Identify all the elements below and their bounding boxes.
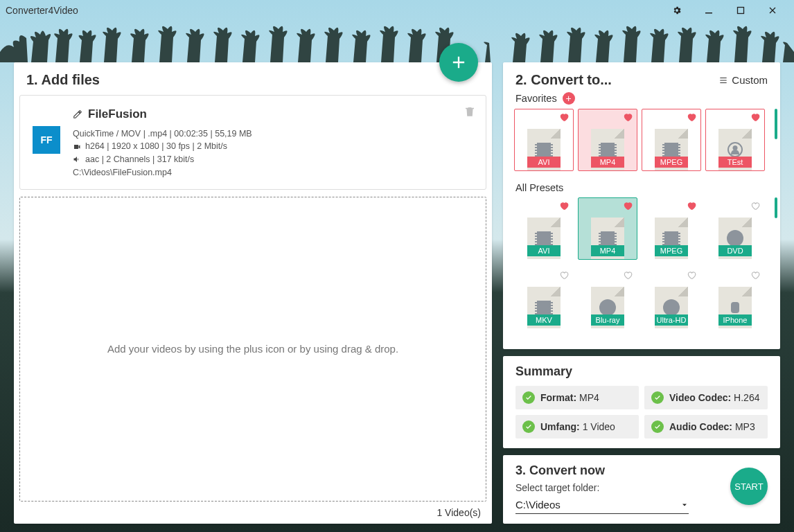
check-icon [522, 420, 535, 433]
favorite-toggle[interactable] [687, 112, 696, 125]
preset-icon: MKV [527, 287, 561, 328]
summary-panel: Summary Format: MP4 Video Codec: H.264 U… [503, 356, 780, 448]
convert-to-panel: 2. Convert to... Custom Favorites + AVIM… [503, 62, 780, 349]
preset-mkv[interactable]: MKV [514, 267, 574, 329]
preset-iphone[interactable]: IPhone [705, 267, 765, 329]
dropzone-text: Add your videos by using the plus icon o… [107, 343, 398, 355]
preset-icon: MPEG [655, 129, 688, 170]
preset-icon: MPEG [655, 218, 688, 259]
section-add-files-title: 1. Add files [14, 62, 492, 95]
preset-icon: MP4 [591, 129, 624, 170]
preset-icon: AVI [527, 129, 561, 170]
preset-icon: MP4 [591, 218, 624, 259]
check-icon [651, 420, 664, 433]
preset-avi[interactable]: AVI [514, 109, 574, 171]
header-decoration [0, 21, 794, 62]
preset-label: TEst [718, 157, 752, 168]
video-icon [73, 143, 81, 151]
preset-dvd[interactable]: DVD [705, 197, 765, 260]
file-item[interactable]: FF FileFusion QuickTime / MOV | .mp4 | 0… [19, 95, 486, 190]
add-file-button[interactable] [439, 43, 478, 82]
minimize-button[interactable] [693, 0, 725, 21]
favorites-scrollbar[interactable] [775, 109, 777, 139]
trash-icon [464, 105, 476, 118]
minimize-icon [704, 6, 714, 15]
favorite-toggle[interactable] [623, 270, 633, 283]
preset-icon: Blu-ray [591, 287, 624, 328]
section-convert-to-title: 2. Convert to... [515, 72, 612, 88]
custom-preset-button[interactable]: Custom [718, 74, 768, 86]
favorite-toggle[interactable] [623, 201, 633, 213]
convert-now-panel: 3. Convert now Select target folder: C:\… [503, 455, 780, 524]
start-button[interactable]: START [730, 468, 768, 505]
preset-ultra-hd[interactable]: Ultra-HD [642, 267, 701, 329]
favorite-toggle[interactable] [623, 112, 633, 125]
preset-test[interactable]: TEst [705, 109, 765, 171]
chevron-down-icon [680, 501, 689, 509]
svg-rect-1 [738, 8, 744, 14]
audio-icon [73, 155, 81, 163]
preset-label: IPhone [718, 314, 752, 326]
check-icon [651, 391, 664, 404]
preset-blu-ray[interactable]: Blu-ray [578, 267, 637, 329]
favorites-label: Favorites [515, 93, 557, 104]
target-folder-dropdown[interactable]: C:\Videos [515, 496, 689, 514]
preset-icon: Ultra-HD [655, 287, 688, 328]
maximize-icon [736, 6, 746, 15]
preset-icon: AVI [527, 218, 561, 259]
preset-mpeg[interactable]: MPEG [642, 197, 701, 260]
delete-file-button[interactable] [464, 105, 476, 121]
preset-label: Blu-ray [591, 314, 624, 326]
titlebar: Converter4Video [0, 0, 794, 21]
summary-video-codec: Video Codec: H.264 [644, 386, 768, 409]
preset-mpeg[interactable]: MPEG [642, 109, 701, 171]
file-thumbnail: FF [33, 126, 60, 154]
add-files-panel: 1. Add files FF FileFusion QuickTime / M… [14, 62, 492, 524]
favorite-toggle[interactable] [559, 270, 569, 283]
preset-mp4[interactable]: MP4 [578, 109, 637, 171]
preset-label: DVD [718, 245, 752, 256]
settings-button[interactable] [661, 0, 693, 21]
file-path: C:\Videos\FileFusion.mp4 [73, 166, 473, 179]
preset-avi[interactable]: AVI [514, 197, 574, 260]
favorite-toggle[interactable] [750, 270, 760, 283]
preset-label: AVI [527, 245, 561, 256]
section-convert-now-title: 3. Convert now [515, 463, 768, 478]
favorite-toggle[interactable] [750, 201, 760, 213]
add-favorite-button[interactable]: + [563, 92, 575, 105]
file-name: FileFusion [88, 105, 147, 123]
maximize-button[interactable] [725, 0, 757, 21]
edit-icon[interactable] [73, 109, 82, 119]
close-button[interactable] [757, 0, 788, 21]
target-folder-value: C:\Videos [515, 499, 680, 511]
presets-scrollbar[interactable] [775, 197, 777, 218]
gear-icon [672, 6, 682, 15]
plus-icon: + [566, 94, 572, 103]
dropzone[interactable]: Add your videos by using the plus icon o… [19, 197, 486, 502]
file-count: 1 Video(s) [14, 502, 492, 524]
favorite-toggle[interactable] [559, 201, 569, 213]
preset-label: MP4 [591, 245, 624, 256]
summary-title: Summary [515, 364, 768, 379]
file-meta-video: h264 | 1920 x 1080 | 30 fps | 2 Mbit/s [85, 140, 227, 153]
all-presets-label: All Presets [503, 178, 780, 197]
preset-icon: IPhone [718, 287, 752, 328]
favorite-toggle[interactable] [750, 112, 760, 125]
favorite-toggle[interactable] [559, 112, 569, 125]
summary-umfang: Umfang: 1 Video [515, 415, 639, 438]
preset-label: AVI [527, 157, 561, 168]
preset-label: MPEG [655, 157, 688, 168]
preset-icon: TEst [718, 129, 752, 170]
preset-icon: DVD [718, 218, 752, 259]
close-icon [768, 6, 777, 15]
favorite-toggle[interactable] [687, 201, 696, 213]
app-title: Converter4Video [6, 5, 661, 16]
preset-mp4[interactable]: MP4 [578, 197, 637, 260]
list-icon [718, 76, 729, 85]
preset-label: MP4 [591, 157, 624, 168]
summary-audio-codec: Audio Codec: MP3 [644, 415, 768, 438]
favorite-toggle[interactable] [687, 270, 696, 283]
file-meta-container: QuickTime / MOV | .mp4 | 00:02:35 | 55,1… [73, 127, 473, 141]
file-meta-audio: aac | 2 Channels | 317 kbit/s [85, 153, 194, 166]
summary-format: Format: MP4 [515, 386, 639, 409]
